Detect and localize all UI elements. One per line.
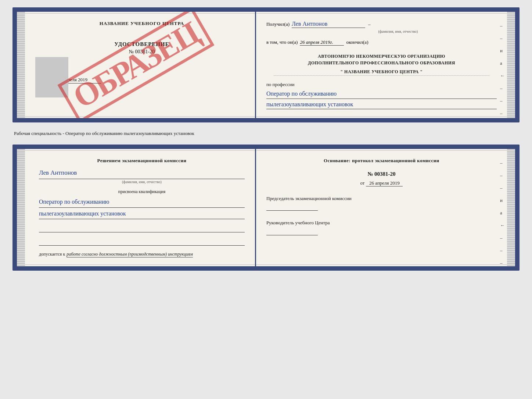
right-dashes: – – и а ← – – – <box>500 23 505 116</box>
right-spine-texture-2 <box>507 149 515 266</box>
profession-label: по профессии <box>266 82 497 88</box>
qual-right-panel: Основание: протокол экзаменационной коми… <box>256 149 515 266</box>
date-prefix: от <box>360 180 364 186</box>
cert-doc-number: № 00381-20 <box>39 49 245 55</box>
completed-date: 26 апреля 2019г. <box>300 39 344 46</box>
cert-right-panel: Получил(а) Лев Антпонов – (фамилия, имя,… <box>256 12 515 118</box>
cert-left-panel: НАЗВАНИЕ УЧЕБНОГО ЦЕНТРА ОБРАЗЕЦ УДОСТОВ… <box>17 12 256 118</box>
cert-mp: М.П. <box>39 89 245 95</box>
right-dashes-2: – – – и а ← – – – <box>500 160 505 266</box>
recipient-row: Получил(а) Лев Антпонов – <box>266 21 497 28</box>
blank-line-2 <box>39 238 245 246</box>
chairman-label: Председатель экзаменационной комиссии <box>266 195 497 202</box>
fio-subtext: (фамилия, имя, отчество) <box>299 29 497 33</box>
qual-profession-line2: пылегазоулавливающих установок <box>39 209 245 220</box>
recipient-name: Лев Антпонов <box>292 21 365 28</box>
separator-text: Рабочая специальность - Оператор по обсл… <box>12 128 520 139</box>
qual-decision-label: Решением экзаменационной комиссии <box>39 158 245 164</box>
profession-line1: Оператор по обслуживанию <box>266 89 497 99</box>
protocol-date-value: 26 апреля 2019 <box>366 180 403 186</box>
protocol-number: № 00381-20 <box>266 171 497 177</box>
org-name-line: " НАЗВАНИЕ УЧЕБНОГО ЦЕНТРА " <box>274 69 489 76</box>
qualification-document: Решением экзаменационной комиссии Лев Ан… <box>12 145 520 271</box>
cert-issued-row: Выдано 26 апреля 2019 <box>39 77 245 83</box>
org-text-line1: АВТОНОМНУЮ НЕКОММЕРЧЕСКУЮ ОРГАНИЗАЦИЮ ДО… <box>266 53 497 66</box>
allowed-row: допускается к работе согласно должностны… <box>39 252 245 257</box>
cert-school-title: НАЗВАНИЕ УЧЕБНОГО ЦЕНТРА <box>39 21 245 26</box>
certificate-document: НАЗВАНИЕ УЧЕБНОГО ЦЕНТРА ОБРАЗЕЦ УДОСТОВ… <box>12 7 520 122</box>
protocol-date-row: от 26 апреля 2019 <box>266 180 497 186</box>
completed-row: в том, что он(а) 26 апреля 2019г. окончи… <box>266 39 497 46</box>
chairman-sign-line <box>266 203 318 211</box>
cert-doc-label: УДОСТОВЕРЕНИЕ <box>39 41 245 47</box>
chief-label: Руководитель учебного Центра <box>266 220 497 226</box>
right-spine-texture <box>507 12 515 118</box>
allowed-label: допускается к <box>39 252 65 257</box>
qual-left-panel: Решением экзаменационной комиссии Лев Ан… <box>17 149 256 266</box>
received-label: Получил(а) <box>266 21 290 27</box>
allowed-text: работе согласно должностным (производств… <box>66 252 193 257</box>
photo-placeholder <box>35 57 68 97</box>
completed-suffix: окончил(а) <box>346 39 368 45</box>
blank-line-1 <box>39 225 245 232</box>
qual-person-name: Лев Антпонов <box>39 167 245 179</box>
chief-block: Руководитель учебного Центра <box>266 220 497 235</box>
qual-fio-sub: (фамилия, имя, отчество) <box>39 180 245 184</box>
chief-sign-line <box>266 228 318 235</box>
profession-line2: пылегазоулавливающих установок <box>266 100 497 110</box>
completed-prefix: в том, что он(а) <box>266 39 298 45</box>
chairman-block: Председатель экзаменационной комиссии <box>266 195 497 211</box>
qual-profession-line1: Оператор по обслуживанию <box>39 197 245 208</box>
basis-label: Основание: протокол экзаменационной коми… <box>266 158 497 164</box>
assigned-label: присвоена квалификация <box>39 189 245 195</box>
